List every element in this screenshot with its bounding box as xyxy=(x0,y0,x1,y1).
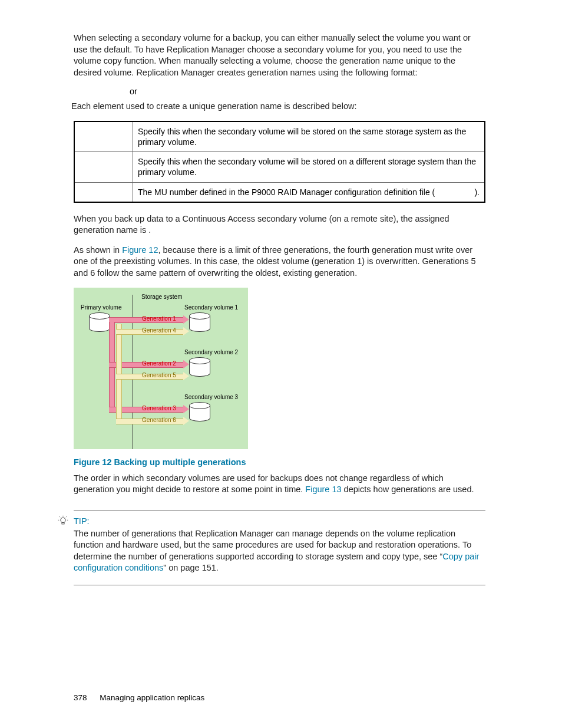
continuous-access-note: When you back up data to a Continuous Ac… xyxy=(74,213,485,236)
figure-12-diagram: Storage system Primary volume Secondary … xyxy=(74,288,248,449)
gen2-label: Generation 2 xyxy=(142,360,176,367)
tip-body: The number of generations that Replicati… xyxy=(74,528,485,574)
figure-12-caption: Figure 12 Backing up multiple generation… xyxy=(74,457,485,467)
svg-line-4 xyxy=(59,516,60,517)
table-row: Specify this when the secondary volume w… xyxy=(74,152,485,182)
text: The number of generations that Replicati… xyxy=(74,529,471,561)
tip-label: TIP: xyxy=(74,516,485,526)
arrow-icon xyxy=(183,417,189,425)
arrow-icon xyxy=(183,405,189,413)
gen5-label: Generation 5 xyxy=(142,372,176,378)
cell-term xyxy=(74,121,133,152)
tip-box: TIP: The number of generations that Repl… xyxy=(74,510,485,585)
cell-desc: The MU number defined in the P9000 RAID … xyxy=(133,182,485,202)
svg-point-0 xyxy=(61,518,65,522)
gen4-label: Generation 4 xyxy=(142,327,176,334)
elements-intro: Each element used to create a unique gen… xyxy=(71,101,485,113)
figure-12-link[interactable]: Figure 12 xyxy=(122,245,158,255)
generation-name-table: Specify this when the secondary volume w… xyxy=(74,121,485,203)
gen3-label: Generation 3 xyxy=(142,405,176,411)
sv1-label: Secondary volume 1 xyxy=(184,304,238,311)
arrow-icon xyxy=(183,372,189,380)
cylinder-icon xyxy=(189,402,209,422)
arrow-icon xyxy=(183,315,189,324)
page-number: 378 xyxy=(74,693,87,702)
arrow-icon xyxy=(183,360,189,368)
text: depicts how generations are used. xyxy=(342,485,474,494)
table-row: The MU number defined in the P9000 RAID … xyxy=(74,182,485,202)
text: When you back up data to a Continuous Ac… xyxy=(74,214,449,235)
cylinder-icon xyxy=(189,357,209,377)
gen6-label: Generation 6 xyxy=(142,417,176,423)
storage-system-label: Storage system xyxy=(141,294,182,300)
text: As shown in xyxy=(74,245,122,255)
gen1-label: Generation 1 xyxy=(142,315,176,322)
figure13-reference-paragraph: The order in which secondary volumes are… xyxy=(74,473,485,496)
arrow-icon xyxy=(183,327,189,335)
lightbulb-icon xyxy=(57,515,69,527)
table-row: Specify this when the secondary volume w… xyxy=(74,121,485,152)
cell-term xyxy=(74,152,133,182)
sv2-label: Secondary volume 2 xyxy=(184,349,238,355)
svg-line-5 xyxy=(66,516,67,517)
pipe xyxy=(116,324,122,421)
cell-desc: Specify this when the secondary volume w… xyxy=(133,121,485,152)
text: ” on page 151. xyxy=(163,563,219,572)
primary-volume-label: Primary volume xyxy=(81,304,121,311)
cylinder-icon xyxy=(189,312,209,332)
svg-rect-6 xyxy=(62,522,64,524)
or-separator: or xyxy=(130,87,485,96)
text: . xyxy=(148,225,151,235)
figure12-reference-paragraph: As shown in Figure 12, because there is … xyxy=(74,245,485,279)
cylinder-icon xyxy=(89,312,109,332)
cell-text: The MU number defined in the P9000 RAID … xyxy=(138,187,435,197)
intro-paragraph: When selecting a secondary volume for a … xyxy=(74,32,485,78)
figure-13-link[interactable]: Figure 13 xyxy=(305,485,341,494)
sv3-label: Secondary volume 3 xyxy=(184,394,238,400)
cell-term xyxy=(74,182,133,202)
cell-trailing: ). xyxy=(474,187,480,197)
cell-desc: Specify this when the secondary volume w… xyxy=(133,152,485,182)
page-footer: 378 Managing application replicas xyxy=(74,693,204,702)
section-title: Managing application replicas xyxy=(100,693,204,702)
